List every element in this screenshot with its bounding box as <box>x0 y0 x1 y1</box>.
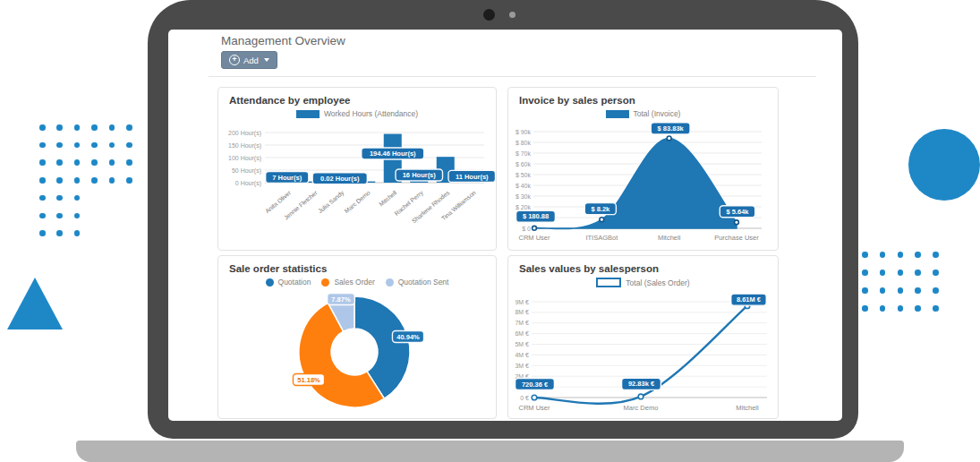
decorative-dot <box>39 230 46 236</box>
decorative-dot <box>898 287 904 294</box>
decorative-circle <box>908 129 980 201</box>
decorative-dot <box>898 305 904 312</box>
decorative-dot <box>109 142 115 149</box>
svg-text:11 Hour(s): 11 Hour(s) <box>456 173 489 181</box>
decorative-dot <box>933 270 939 276</box>
svg-text:$ 90k: $ 90k <box>516 129 532 135</box>
header-divider <box>209 76 816 77</box>
decorative-dot <box>74 142 81 149</box>
svg-text:$ 83.83k: $ 83.83k <box>658 124 685 133</box>
decorative-dot <box>91 124 98 131</box>
bar-chart-attendance: 0 Hour(s)50 Hour(s)100 Hour(s)150 Hour(s… <box>218 88 496 250</box>
svg-text:8.61M €: 8.61M € <box>737 295 762 304</box>
svg-text:0.02 Hour(s): 0.02 Hour(s) <box>320 175 360 183</box>
decorative-dot <box>898 270 904 276</box>
add-button[interactable]: + Add <box>221 51 277 69</box>
decorative-dot <box>39 177 46 184</box>
decorative-dot <box>862 270 868 276</box>
svg-text:6M €: 6M € <box>515 330 529 337</box>
decorative-dot <box>126 177 132 184</box>
decorative-dot <box>74 230 81 236</box>
decorative-dot <box>39 159 46 166</box>
svg-text:8M €: 8M € <box>515 309 529 315</box>
decorative-dot <box>39 195 46 201</box>
decorative-dot <box>880 287 886 294</box>
area-chart-invoice: $ 0$ 10k$ 20k$ 30k$ 40k$ 50k$ 60k$ 70k$ … <box>508 88 778 250</box>
decorative-dot <box>56 159 63 166</box>
svg-text:CRM User: CRM User <box>519 234 551 242</box>
decorative-dot <box>915 270 921 276</box>
svg-text:40.94%: 40.94% <box>396 333 420 341</box>
svg-text:$ 40k: $ 40k <box>516 183 532 189</box>
decorative-dot <box>880 305 886 312</box>
card-invoice-by-sales-person: Invoice by sales person Total (Invoice) … <box>507 87 779 251</box>
decorative-dot <box>862 287 868 294</box>
card-attendance-by-employee: Attendance by employee Worked Hours (Att… <box>217 87 497 251</box>
svg-text:50 Hour(s): 50 Hour(s) <box>232 167 261 175</box>
decorative-dot <box>933 252 939 258</box>
decorative-dot <box>862 252 868 258</box>
decorative-dot <box>880 252 886 258</box>
svg-text:200 Hour(s): 200 Hour(s) <box>228 130 261 137</box>
decorative-triangle <box>7 278 63 329</box>
svg-text:Purchase User: Purchase User <box>714 234 759 242</box>
svg-text:$ 50k: $ 50k <box>516 172 532 178</box>
donut-chart-sale-orders: 40.94%51.18%7.87% <box>218 256 496 418</box>
add-button-label: Add <box>243 56 259 65</box>
svg-text:720.36 €: 720.36 € <box>522 381 549 389</box>
svg-text:3M €: 3M € <box>515 363 529 369</box>
svg-text:$ 20k: $ 20k <box>516 204 532 210</box>
svg-text:CRM User: CRM User <box>519 404 551 412</box>
svg-text:92.83k €: 92.83k € <box>628 380 655 388</box>
decorative-dot <box>74 124 81 131</box>
svg-text:$ 30k: $ 30k <box>516 193 532 200</box>
decorative-dot <box>915 252 921 258</box>
decorative-dot <box>109 124 115 131</box>
svg-text:7.87%: 7.87% <box>331 295 351 304</box>
decorative-dot <box>91 159 98 166</box>
decorative-dot <box>91 177 98 184</box>
svg-text:$ 80k: $ 80k <box>516 140 532 146</box>
decorative-dot <box>126 142 132 149</box>
decorative-dot <box>56 142 63 149</box>
svg-text:Julia Sandy: Julia Sandy <box>317 189 346 215</box>
svg-text:$ 5.64k: $ 5.64k <box>726 208 749 216</box>
decorative-dot <box>915 305 921 312</box>
svg-text:9M €: 9M € <box>515 299 529 305</box>
laptop-frame: Management Overview + Add Attendance by … <box>148 0 858 439</box>
decorative-dot <box>74 195 81 201</box>
decorative-dot <box>74 177 81 184</box>
svg-text:4M €: 4M € <box>515 352 529 358</box>
decorative-dot <box>126 159 132 166</box>
decorative-dot <box>109 177 115 184</box>
svg-text:Marc Demo: Marc Demo <box>343 189 371 214</box>
laptop-base <box>76 441 904 462</box>
chevron-down-icon <box>264 58 269 62</box>
svg-text:7M €: 7M € <box>515 320 529 326</box>
svg-text:Mitchell: Mitchell <box>736 404 759 412</box>
svg-text:Mitchell: Mitchell <box>378 189 398 207</box>
decorative-dot <box>91 142 98 149</box>
decorative-dot <box>56 213 63 219</box>
decorative-dot <box>915 287 921 294</box>
svg-text:194.46 Hour(s): 194.46 Hour(s) <box>370 150 416 158</box>
decorative-dot <box>74 213 81 219</box>
svg-text:$ 180.88: $ 180.88 <box>523 212 549 220</box>
svg-text:0 €: 0 € <box>520 395 529 401</box>
svg-text:ITISAGBot: ITISAGBot <box>585 234 618 242</box>
decorative-dot <box>898 252 904 258</box>
card-sales-values-by-salesperson: Sales values by salesperson Total (Sales… <box>507 255 779 419</box>
camera-icon <box>483 9 495 21</box>
decorative-dot <box>933 305 939 312</box>
svg-text:$ 70k: $ 70k <box>516 150 532 157</box>
decorative-dot <box>862 305 868 312</box>
svg-text:150 Hour(s): 150 Hour(s) <box>228 142 261 150</box>
page: Management Overview + Add Attendance by … <box>0 0 980 462</box>
decorative-dot <box>56 124 63 131</box>
decorative-dot <box>39 124 46 131</box>
svg-text:7 Hour(s): 7 Hour(s) <box>272 174 302 182</box>
page-title: Management Overview <box>221 34 345 47</box>
decorative-dot <box>126 124 132 131</box>
plus-circle-icon: + <box>229 55 240 65</box>
card-sale-order-statistics: Sale order statistics QuotationSales Ord… <box>217 255 497 419</box>
